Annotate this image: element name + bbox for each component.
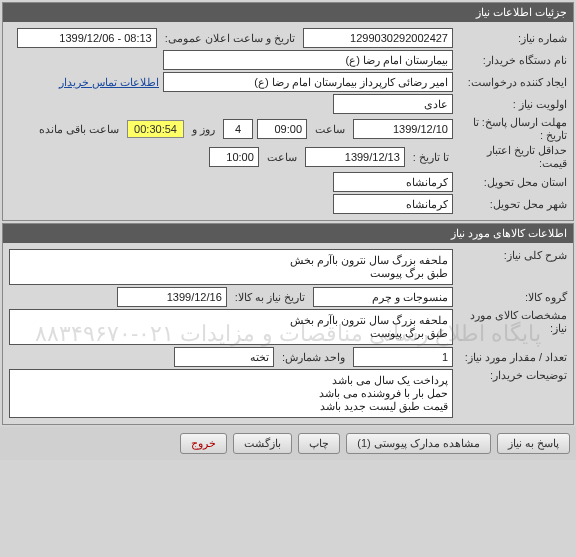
need-number-label: شماره نیاز: [457, 32, 567, 45]
row-requester: ایجاد کننده درخواست: اطلاعات تماس خریدار [9, 72, 567, 92]
city-label: شهر محل تحویل: [457, 198, 567, 211]
row-group: گروه کالا: تاریخ نیاز به کالا: [9, 287, 567, 307]
row-general-desc: شرح کلی نیاز: ملحفه بزرگ سال نترون باآرم… [9, 249, 567, 285]
buyer-name-value [163, 50, 453, 70]
priority-value [333, 94, 453, 114]
goods-info-panel: اطلاعات کالاهای مورد نیاز پایگاه اطلاع ر… [2, 223, 574, 425]
panel2-title: اطلاعات کالاهای مورد نیاز [3, 224, 573, 243]
exit-button[interactable]: خروج [180, 433, 227, 454]
panel1-title: جزئیات اطلاعات نیاز [3, 3, 573, 22]
row-spec: مشخصات کالای مورد نیاز: ملحفه بزرگ سال ن… [9, 309, 567, 345]
deadline-days [223, 119, 253, 139]
button-bar: پاسخ به نیاز مشاهده مدارک پیوستی (1) چاپ… [0, 427, 576, 460]
buyer-contact-link[interactable]: اطلاعات تماس خریدار [59, 76, 159, 89]
province-label: استان محل تحویل: [457, 176, 567, 189]
deadline-time [257, 119, 307, 139]
deadline-label: مهلت ارسال پاسخ: تا تاریخ : [457, 116, 567, 142]
row-province: استان محل تحویل: [9, 172, 567, 192]
requester-value [163, 72, 453, 92]
deadline-remaining: ساعت باقی مانده [35, 123, 123, 136]
deadline-date [353, 119, 453, 139]
row-min-validity: حداقل تاریخ اعتبار قیمت: تا تاریخ : ساعت [9, 144, 567, 170]
unit-value [174, 347, 274, 367]
attachments-button[interactable]: مشاهده مدارک پیوستی (1) [346, 433, 491, 454]
row-buyer-name: نام دستگاه خریدار: [9, 50, 567, 70]
row-deadline: مهلت ارسال پاسخ: تا تاریخ : ساعت روز و 0… [9, 116, 567, 142]
qty-label: تعداد / مقدار مورد نیاز: [457, 351, 567, 364]
row-need-number: شماره نیاز: تاریخ و ساعت اعلان عمومی: [9, 28, 567, 48]
row-qty: تعداد / مقدار مورد نیاز: واحد شمارش: [9, 347, 567, 367]
min-validity-date [305, 147, 405, 167]
buyer-name-label: نام دستگاه خریدار: [457, 54, 567, 67]
need-number-value [303, 28, 453, 48]
row-buyer-notes: توضیحات خریدار: پرداخت یک سال می باشد حم… [9, 369, 567, 418]
priority-label: اولویت نیاز : [457, 98, 567, 111]
province-value [333, 172, 453, 192]
min-validity-ta: تا تاریخ : [409, 151, 453, 164]
panel1-body: شماره نیاز: تاریخ و ساعت اعلان عمومی: نا… [3, 22, 573, 220]
reply-button[interactable]: پاسخ به نیاز [497, 433, 570, 454]
need-info-panel: جزئیات اطلاعات نیاز شماره نیاز: تاریخ و … [2, 2, 574, 221]
buyer-notes-value: پرداخت یک سال می باشد حمل بار با فروشنده… [9, 369, 453, 418]
city-value [333, 194, 453, 214]
min-validity-label: حداقل تاریخ اعتبار قیمت: [457, 144, 567, 170]
group-label: گروه کالا: [457, 291, 567, 304]
general-desc-value: ملحفه بزرگ سال نترون باآرم بخش طبق برگ پ… [9, 249, 453, 285]
buyer-notes-label: توضیحات خریدار: [457, 369, 567, 382]
row-priority: اولویت نیاز : [9, 94, 567, 114]
spec-label: مشخصات کالای مورد نیاز: [457, 309, 567, 335]
qty-value [353, 347, 453, 367]
group-date-value [117, 287, 227, 307]
deadline-saat: ساعت [311, 123, 349, 136]
spec-value: ملحفه بزرگ سال نترون باآرم بخش طبق برگ پ… [9, 309, 453, 345]
back-button[interactable]: بازگشت [233, 433, 292, 454]
panel2-body: پایگاه اطلاع رسانی مناقصات و مزایدات ۰۲۱… [3, 243, 573, 424]
announce-value [17, 28, 157, 48]
min-validity-time [209, 147, 259, 167]
requester-label: ایجاد کننده درخواست: [457, 76, 567, 89]
deadline-counter: 00:30:54 [127, 120, 184, 138]
row-city: شهر محل تحویل: [9, 194, 567, 214]
group-value [313, 287, 453, 307]
announce-label: تاریخ و ساعت اعلان عمومی: [161, 32, 299, 45]
unit-label: واحد شمارش: [278, 351, 349, 364]
min-validity-saat: ساعت [263, 151, 301, 164]
print-button[interactable]: چاپ [298, 433, 340, 454]
general-desc-label: شرح کلی نیاز: [457, 249, 567, 262]
group-date-label: تاریخ نیاز به کالا: [231, 291, 309, 304]
deadline-rooz: روز و [188, 123, 219, 136]
